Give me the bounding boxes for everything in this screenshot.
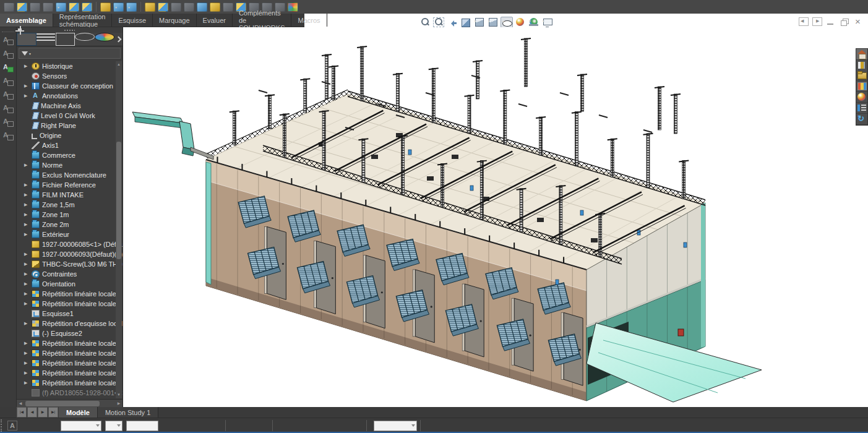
tree-item-caret[interactable]	[24, 341, 32, 346]
tree-item-caret[interactable]	[24, 192, 32, 197]
spacing-icon[interactable]	[294, 421, 303, 430]
minimize-button[interactable]	[826, 17, 836, 26]
tree-item-caret[interactable]	[24, 182, 32, 187]
section-view-icon[interactable]	[460, 17, 472, 28]
tree-item-exclus[interactable]: Exclus Nomenclature	[17, 170, 122, 180]
tree-item-sensors[interactable]: Sensors	[17, 71, 122, 81]
tree-item-zone15[interactable]: Zone 1,5m	[17, 200, 122, 210]
bullet-list-icon[interactable]	[317, 421, 327, 430]
tree-item-axis1[interactable]: Axis1	[17, 140, 122, 150]
tree-item-caret[interactable]	[24, 351, 32, 356]
scroll-left-icon[interactable]	[17, 400, 24, 407]
tree-item-caret[interactable]	[24, 232, 32, 237]
layer-properties-icon[interactable]	[501, 421, 510, 430]
filter-caret-icon[interactable]	[28, 49, 33, 58]
line-style-combobox[interactable]	[374, 421, 417, 431]
indent-icon[interactable]	[306, 421, 315, 430]
propertymanager-tab[interactable]	[37, 33, 56, 41]
tree-item-origine[interactable]: Origine	[17, 131, 122, 140]
next-tab-button[interactable]	[38, 407, 48, 418]
tree-item-caret[interactable]	[24, 380, 32, 385]
featuremanager-tab[interactable]	[17, 33, 37, 46]
tree-item-zone1[interactable]: Zone 1m	[17, 210, 122, 220]
tree-item-esquisse1[interactable]: Esquisse1	[17, 309, 122, 319]
tree-item-caret[interactable]	[24, 252, 32, 257]
gears-icon[interactable]	[145, 2, 155, 12]
balloon-tool-icon[interactable]	[2, 49, 14, 59]
tree-item-caret[interactable]	[24, 371, 32, 375]
hide-show-items-icon[interactable]	[501, 17, 513, 28]
tree-item-caret[interactable]	[24, 202, 32, 207]
solidworks-forum-icon[interactable]	[856, 114, 867, 125]
tree-vertical-scrollbar[interactable]	[116, 61, 122, 398]
mirror-components-icon[interactable]	[126, 2, 137, 12]
align-center-icon[interactable]	[247, 421, 256, 430]
font-size-combobox[interactable]	[105, 421, 122, 431]
window-icon[interactable]	[43, 2, 53, 12]
tree-item-rep-lin3[interactable]: Répétition linéaire locale3	[17, 299, 122, 309]
flag-icon[interactable]	[489, 421, 498, 430]
appearances-scenes-icon[interactable]	[856, 92, 867, 103]
restore-button[interactable]	[840, 17, 849, 26]
doc-forward-button[interactable]	[812, 17, 822, 26]
stamp-tool-icon[interactable]	[2, 103, 14, 114]
file-explorer-icon[interactable]	[856, 69, 867, 80]
tree-item-zone2[interactable]: Zone 2m	[17, 220, 122, 229]
linear-pattern-icon[interactable]	[56, 2, 66, 12]
tab-modele[interactable]: Modèle	[59, 407, 98, 418]
underline-icon[interactable]	[200, 421, 209, 430]
arrow-style-icon[interactable]	[442, 421, 451, 430]
attachment-icon[interactable]	[30, 2, 40, 12]
align-right-icon[interactable]	[259, 421, 268, 430]
scroll-up-icon[interactable]	[116, 61, 122, 68]
model-intake-chute[interactable]	[132, 112, 213, 160]
exploded-view-icon[interactable]	[197, 2, 207, 12]
tab-motion-study-1[interactable]: Motion Study 1	[98, 407, 158, 418]
tree-item-rep-esq2[interactable]: Répétition d'esquisse locale2	[17, 319, 122, 328]
tree-item-commerce[interactable]: Commerce	[17, 150, 122, 160]
add-annotation-icon[interactable]	[2, 62, 14, 73]
view-settings-icon[interactable]	[541, 17, 554, 28]
panel-expand-arrow[interactable]	[114, 33, 122, 46]
tree-item-caret[interactable]	[24, 291, 32, 296]
tree-item-caret[interactable]	[24, 321, 32, 326]
bold-icon[interactable]	[176, 421, 186, 430]
tab-esquisse[interactable]: Esquisse	[112, 14, 153, 27]
tree-filter[interactable]	[19, 48, 121, 59]
tab-assemblage[interactable]: Assemblage	[0, 14, 53, 27]
tree-item-classeur[interactable]: Classeur de conception	[17, 81, 122, 91]
strikethrough-icon[interactable]	[212, 421, 221, 430]
tree-item-rep-lin2[interactable]: Répétition linéaire locale2	[17, 289, 122, 299]
view-orientation-icon[interactable]	[473, 17, 486, 28]
text-height-field[interactable]	[126, 421, 158, 431]
outdent-icon[interactable]	[341, 421, 350, 430]
stamp-icon[interactable]	[430, 421, 439, 430]
tree-item-machine-axis[interactable]: Machine Axis	[17, 101, 122, 111]
note-tool-icon[interactable]	[2, 35, 14, 46]
note-color-icon[interactable]	[165, 421, 174, 430]
tree-item-rep-lin5[interactable]: Répétition linéaire locale5	[17, 358, 122, 368]
tab-representation-schematique[interactable]: Représentation schématique	[53, 14, 113, 27]
close-button[interactable]	[853, 17, 863, 26]
first-tab-button[interactable]	[17, 407, 27, 418]
tree-item-historique[interactable]: Historique	[17, 61, 122, 71]
tree-item-caret[interactable]	[24, 163, 32, 168]
rotate-component-icon[interactable]	[184, 2, 194, 12]
edit-appearance-icon[interactable]	[514, 17, 526, 28]
last-tab-button[interactable]	[48, 407, 58, 418]
tree-item-rep-lin8[interactable]: Répétition linéaire locale8	[17, 338, 122, 348]
tree-item-ard18055[interactable]: (f) ARD18055-1928-001<1> (Defa	[17, 388, 122, 398]
toolbar-grip[interactable]	[2, 27, 14, 32]
tab-evaluer[interactable]: Evaluer	[197, 14, 233, 27]
zoom-fit-icon[interactable]	[419, 17, 431, 28]
font-combobox[interactable]	[61, 421, 101, 431]
tab-macros[interactable]: Macros	[291, 14, 327, 27]
scroll-down-icon[interactable]	[116, 392, 122, 398]
line-thickness-icon[interactable]	[465, 421, 475, 430]
tab-complements-solidworks[interactable]: Compléments de SOLIDWORKS	[233, 14, 292, 27]
design-library-icon[interactable]	[857, 61, 866, 69]
picture-note-icon[interactable]	[2, 117, 14, 127]
annotation-view-icon[interactable]	[2, 76, 14, 87]
tree-horizontal-scrollbar[interactable]	[17, 399, 122, 407]
italic-icon[interactable]	[188, 421, 197, 430]
